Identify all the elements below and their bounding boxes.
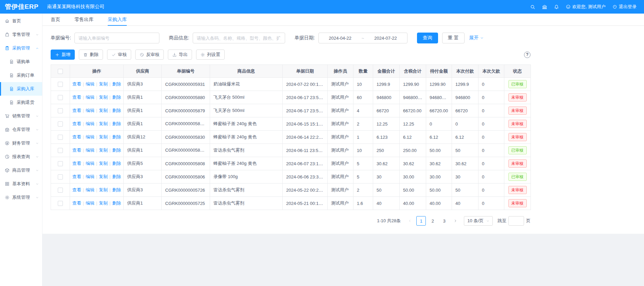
edit-link[interactable]: 编辑 [86, 134, 94, 139]
sidebar-item-system[interactable]: 系统管理 [0, 191, 42, 204]
view-link[interactable]: 查看 [72, 134, 81, 139]
row-checkbox[interactable] [58, 148, 63, 153]
jump-page-input[interactable] [508, 216, 524, 226]
delete-link[interactable]: 删除 [112, 108, 121, 113]
view-link[interactable]: 查看 [72, 121, 81, 126]
view-link[interactable]: 查看 [72, 81, 81, 87]
copy-link[interactable]: 复制 [99, 148, 108, 153]
edit-link[interactable]: 编辑 [86, 108, 94, 113]
help-icon[interactable]: ? [524, 52, 530, 58]
delete-link[interactable]: 删除 [112, 81, 121, 87]
tab-purchase-inbound[interactable]: 采购入库 [108, 14, 127, 25]
delete-link[interactable]: 删除 [112, 201, 121, 206]
next-page-button[interactable] [451, 216, 460, 226]
copy-link[interactable]: 复制 [99, 134, 108, 139]
sidebar-item-finance[interactable]: 财务管理 [0, 136, 42, 150]
copy-link[interactable]: 复制 [99, 95, 108, 100]
copy-link[interactable]: 复制 [99, 81, 108, 87]
bell-icon[interactable] [554, 4, 559, 9]
delete-link[interactable]: 删除 [112, 187, 121, 192]
export-button[interactable]: 导出 [168, 50, 192, 60]
view-link[interactable]: 查看 [72, 148, 81, 153]
prev-page-button[interactable] [405, 216, 414, 226]
reset-button[interactable]: 重 置 [442, 33, 465, 43]
edit-link[interactable]: 编辑 [86, 148, 94, 153]
view-link[interactable]: 查看 [72, 161, 81, 166]
search-button[interactable]: 查询 [417, 33, 438, 43]
sidebar-item-sales[interactable]: 销售管理 [0, 109, 42, 123]
sidebar-item-home[interactable]: 首页 [0, 14, 42, 28]
bank-icon[interactable] [542, 4, 547, 9]
table-header-row: 操作供应商单据编号商品信息单据日期操作员数量金额合计含税合计待付金额本次付款本次… [51, 65, 531, 78]
sidebar-item-purchase[interactable]: 采购管理 [0, 41, 42, 55]
copy-link[interactable]: 复制 [99, 174, 108, 179]
date-from-value[interactable]: 2024-04-22 [329, 36, 352, 41]
toolbar: 新增删除审核反审核导出列设置? [51, 50, 530, 60]
sidebar-item-purchase-order[interactable]: 采购订单 [0, 69, 42, 82]
date-to-value[interactable]: 2024-07-22 [374, 36, 397, 41]
edit-link[interactable]: 编辑 [86, 161, 94, 166]
row-checkbox[interactable] [58, 82, 63, 87]
sidebar-item-purchase-return[interactable]: 采购退货 [0, 96, 42, 109]
date-range-input[interactable]: 2024-04-22 ~ 2024-07-22 [318, 33, 407, 43]
view-link[interactable]: 查看 [72, 174, 81, 179]
delete-link[interactable]: 删除 [112, 174, 121, 179]
page-button-1[interactable]: 1 [416, 216, 426, 226]
sidebar-item-retail[interactable]: 零售管理 [0, 28, 42, 41]
tab-home[interactable]: 首页 [51, 14, 60, 25]
delete-link[interactable]: 删除 [112, 95, 121, 100]
row-checkbox[interactable] [58, 161, 63, 166]
edit-link[interactable]: 编辑 [86, 187, 94, 192]
view-link[interactable]: 查看 [72, 108, 81, 113]
row-checkbox[interactable] [58, 174, 63, 179]
edit-link[interactable]: 编辑 [86, 81, 94, 87]
row-checkbox[interactable] [58, 108, 63, 113]
select-all-checkbox[interactable] [58, 69, 63, 74]
view-link[interactable]: 查看 [72, 201, 81, 206]
bill-no-input[interactable] [74, 33, 159, 43]
cell-amount-total: 40 [373, 197, 400, 210]
row-checkbox[interactable] [58, 188, 63, 193]
view-link[interactable]: 查看 [72, 187, 81, 192]
copy-link[interactable]: 复制 [99, 161, 108, 166]
expand-toggle[interactable]: 展开 [469, 35, 484, 41]
page-button-3[interactable]: 3 [439, 216, 449, 226]
audit-button[interactable]: 审核 [107, 50, 131, 60]
delete-link[interactable]: 删除 [112, 161, 121, 166]
sidebar-item-reports[interactable]: 报表查询 [0, 150, 42, 164]
delete-link[interactable]: 删除 [112, 134, 121, 139]
row-checkbox[interactable] [58, 121, 63, 127]
sidebar-item-goods[interactable]: 商品管理 [0, 164, 42, 177]
goods-input[interactable] [193, 33, 285, 43]
logout-button[interactable]: 退出登录 [612, 4, 637, 10]
page-button-2[interactable]: 2 [428, 216, 437, 226]
delete-link[interactable]: 删除 [112, 148, 121, 153]
sidebar-item-purchase-request[interactable]: 请购单 [0, 55, 42, 69]
edit-link[interactable]: 编辑 [86, 121, 94, 126]
tab-retail-outbound[interactable]: 零售出库 [74, 14, 93, 25]
delete-button[interactable]: 删除 [79, 50, 103, 60]
add-button[interactable]: 新增 [51, 50, 75, 60]
edit-link[interactable]: 编辑 [86, 174, 94, 179]
copy-link[interactable]: 复制 [99, 121, 108, 126]
row-checkbox[interactable] [58, 95, 63, 100]
page-size-value: 10 条/页 [467, 218, 484, 224]
row-checkbox[interactable] [58, 135, 63, 140]
copy-link[interactable]: 复制 [99, 187, 108, 192]
sidebar-item-basic-data[interactable]: 基本资料 [0, 177, 42, 191]
sidebar-item-warehouse[interactable]: 仓库管理 [0, 123, 42, 136]
edit-link[interactable]: 编辑 [86, 201, 94, 206]
unaudit-button[interactable]: 反审核 [135, 50, 164, 60]
column-settings-button[interactable]: 列设置 [196, 50, 225, 60]
search-icon[interactable] [530, 4, 535, 9]
view-link[interactable]: 查看 [72, 95, 81, 100]
sidebar-item-label: 零售管理 [12, 32, 30, 38]
edit-link[interactable]: 编辑 [86, 95, 94, 100]
copy-link[interactable]: 复制 [99, 108, 108, 113]
delete-link[interactable]: 删除 [112, 121, 121, 126]
copy-link[interactable]: 复制 [99, 201, 108, 206]
row-checkbox[interactable] [58, 201, 63, 206]
welcome-user[interactable]: 欢迎您, 测试用户 [566, 4, 606, 10]
sidebar-item-purchase-inbound[interactable]: 采购入库 [0, 82, 42, 96]
page-size-select[interactable]: 10 条/页 [464, 216, 493, 226]
